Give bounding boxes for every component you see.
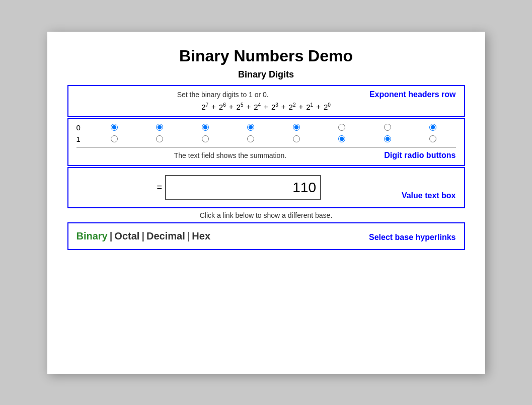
digit-label-0: 0 [77, 123, 92, 132]
base-link-binary[interactable]: Binary [77, 230, 108, 242]
radio-grid: 01 [77, 123, 456, 143]
base-links-container: Binary|Octal|Decimal|Hex [77, 230, 211, 242]
value-box: = Value text box [67, 167, 465, 208]
radio-0-bit-5[interactable] [338, 124, 345, 131]
binary-digits-label: Binary Digits [67, 69, 465, 80]
radio-0-bit-3[interactable] [247, 124, 254, 131]
plus-sign: + [246, 102, 251, 111]
digit-label-1: 1 [77, 135, 92, 143]
radio-instruction: The text field shows the summation. [77, 151, 385, 159]
radio-0-bit-6[interactable] [384, 124, 391, 131]
plus-sign: + [264, 102, 268, 111]
radio-box: 01 The text field shows the summation. D… [67, 118, 465, 166]
exponent-item-1: 21 [306, 102, 313, 111]
exponent-item-7: 27 [201, 102, 208, 111]
value-input[interactable] [165, 175, 321, 200]
radio-cell-0-4 [274, 124, 320, 131]
base-link-decimal[interactable]: Decimal [146, 230, 185, 242]
exponent-instruction-row: Set the binary digits to 1 or 0. Exponen… [77, 90, 456, 99]
exponent-item-0: 20 [324, 102, 331, 111]
radio-1-bit-5[interactable] [338, 135, 345, 142]
radio-cell-0-3 [228, 124, 274, 131]
radio-1-bit-2[interactable] [202, 135, 209, 142]
radio-cell-0-7 [410, 124, 456, 131]
value-left: = [77, 175, 402, 200]
base-separator: | [187, 230, 190, 242]
digit-radio-label: Digit radio buttons [384, 151, 455, 160]
radio-1-bit-3[interactable] [247, 135, 254, 142]
radio-divider [77, 147, 456, 148]
radio-1-bit-7[interactable] [429, 135, 436, 142]
radio-1-bit-6[interactable] [384, 135, 391, 142]
page-card: Binary Numbers Demo Binary Digits Set th… [47, 32, 485, 374]
plus-sign: + [298, 102, 303, 111]
exponent-item-6: 26 [219, 102, 226, 111]
radio-cell-1-6 [365, 135, 411, 142]
radio-cell-1-1 [137, 135, 183, 142]
radio-cell-0-5 [319, 124, 365, 131]
exponent-instruction: Set the binary digits to 1 or 0. [77, 91, 369, 99]
radio-cell-0-1 [137, 124, 183, 131]
exponent-item-2: 22 [289, 102, 296, 111]
radio-footer-row: The text field shows the summation. Digi… [77, 151, 456, 160]
plus-sign: + [316, 102, 321, 111]
exponent-headers-box: Set the binary digits to 1 or 0. Exponen… [67, 85, 465, 117]
exponent-item-5: 25 [237, 102, 244, 111]
radio-1-bit-1[interactable] [156, 135, 163, 142]
radio-0-bit-0[interactable] [111, 124, 118, 131]
radio-0-bit-2[interactable] [202, 124, 209, 131]
click-instruction: Click a link below to show a different b… [67, 211, 465, 219]
radio-cell-1-3 [228, 135, 274, 142]
select-base-label: Select base hyperlinks [369, 233, 456, 242]
radio-1-bit-0[interactable] [111, 135, 118, 142]
exponent-headers-row: 27+26+25+24+23+22+21+20 [77, 102, 456, 111]
radio-cell-1-2 [183, 135, 229, 142]
base-separator: | [110, 230, 113, 242]
base-link-octal[interactable]: Octal [114, 230, 139, 242]
radio-cell-0-0 [92, 124, 137, 131]
base-link-hex[interactable]: Hex [192, 230, 210, 242]
exponent-item-4: 24 [254, 102, 261, 111]
radio-cell-0-2 [183, 124, 229, 131]
radio-cell-1-5 [319, 135, 365, 142]
radio-cell-0-6 [365, 124, 411, 131]
radio-1-bit-4[interactable] [293, 135, 300, 142]
base-links-box: Binary|Octal|Decimal|Hex Select base hyp… [67, 222, 465, 250]
value-text-box-label: Value text box [402, 191, 456, 200]
radio-cell-1-4 [274, 135, 320, 142]
radio-0-bit-1[interactable] [156, 124, 163, 131]
plus-sign: + [229, 102, 234, 111]
page-title: Binary Numbers Demo [67, 47, 465, 65]
radio-0-bit-4[interactable] [293, 124, 300, 131]
plus-sign: + [281, 102, 286, 111]
exponent-headers-label: Exponent headers row [369, 90, 456, 99]
exponent-item-3: 23 [271, 102, 278, 111]
equals-sign: = [157, 182, 162, 193]
radio-cell-1-7 [410, 135, 456, 142]
base-separator: | [141, 230, 144, 242]
radio-0-bit-7[interactable] [429, 124, 436, 131]
radio-cell-1-0 [92, 135, 137, 142]
plus-sign: + [211, 102, 216, 111]
